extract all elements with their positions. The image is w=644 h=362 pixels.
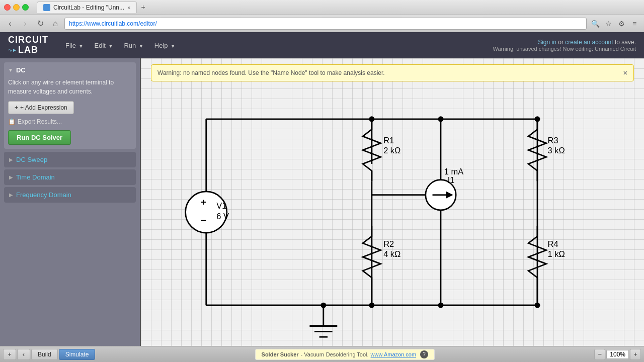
tab-area: CircuitLab - Editing "Unn... × + [37,1,640,13]
svg-text:I1: I1 [448,175,455,185]
canvas-area[interactable]: Warning: no named nodes found. Use the "… [141,58,644,346]
svg-point-40 [369,303,374,308]
svg-text:6 V: 6 V [216,212,229,221]
zoom-out-bottom-button[interactable]: + [3,349,16,360]
search-icon-button[interactable]: 🔍 [590,18,601,29]
maximize-window-button[interactable] [22,4,29,11]
run-dc-label: Run DC Solver [17,134,62,141]
logo-sub: ∿► LAB [8,45,48,55]
sidebar-section-dc-sweep[interactable]: ▶ DC Sweep [4,152,136,167]
zoom-in-bottom-button[interactable]: ‹ [17,349,30,360]
svg-text:R1: R1 [383,136,394,145]
ad-banner: Solder Sucker - Vacuum Desoldering Tool.… [255,349,435,360]
minimize-window-button[interactable] [13,4,20,11]
export-label: Export Results... [18,118,62,125]
extensions-button[interactable]: ⚙ [616,18,627,29]
build-label: Build [38,351,51,358]
warning-close-button[interactable]: × [623,69,627,77]
address-bar[interactable]: https://www.circuitlab.com/editor/ [64,18,587,30]
sign-in-link[interactable]: Sign in [538,39,556,46]
create-account-link[interactable]: create an account [565,39,613,46]
question-mark: ? [423,351,426,357]
add-expression-button[interactable]: + + Add Expression [8,101,74,114]
nav-icons: 🔍 ☆ ⚙ ≡ [590,18,640,29]
app-header: CIRCUIT ∿► LAB File ▼ Edit ▼ Run ▼ Help … [0,32,644,58]
nav-bar: ‹ › ↻ ⌂ https://www.circuitlab.com/edito… [0,14,644,32]
sidebar-section-time-domain[interactable]: ▶ Time Domain [4,169,136,185]
circuit-container: + − V1 6 V R1 2 kΩ R2 4 kΩ [151,83,634,341]
export-results-button[interactable]: 📋 Export Results... [8,117,62,126]
dc-sweep-label: DC Sweep [16,156,47,163]
svg-point-39 [535,116,540,122]
svg-point-41 [438,303,444,308]
svg-text:R4: R4 [548,239,558,248]
refresh-button[interactable]: ↻ [34,18,46,30]
url-text: https://www.circuitlab.com/editor/ [69,20,157,27]
browser-chrome: CircuitLab - Editing "Unn... × + ‹ › ↻ ⌂… [0,0,644,32]
ad-sub: Desoldering Tool. [326,351,369,357]
dc-collapse-arrow[interactable]: ▼ [8,67,13,73]
add-expression-icon: + [15,104,18,111]
new-tab-button[interactable]: + [137,1,149,13]
close-window-button[interactable] [4,4,11,11]
logo-lab: LAB [18,45,38,55]
frequency-domain-arrow: ▶ [9,192,13,198]
svg-point-43 [320,303,326,308]
svg-text:4 kΩ: 4 kΩ [383,249,400,258]
simulate-tab-button[interactable]: Simulate [59,349,96,360]
svg-text:+: + [201,197,206,207]
tab-close-button[interactable]: × [127,5,130,11]
zoom-in-button[interactable]: + [630,349,641,360]
zoom-out-button[interactable]: − [594,349,605,360]
svg-point-38 [438,116,444,122]
build-tab-button[interactable]: Build [31,349,58,360]
browser-tab-active[interactable]: CircuitLab - Editing "Unn... × [37,2,137,13]
bookmark-button[interactable]: ☆ [603,18,614,29]
run-dc-solver-button[interactable]: Run DC Solver [8,130,71,145]
logo-wave: ∿► [8,47,17,53]
menu-file[interactable]: File ▼ [60,40,88,51]
dc-label: DC [16,66,26,74]
frequency-domain-label: Frequency Domain [16,191,71,199]
header-warning: Warning: unsaved changes! Now editing: U… [493,46,636,52]
svg-text:3 kΩ: 3 kΩ [548,146,565,155]
ad-link[interactable]: www.Amazon.com [371,351,416,357]
simulate-label: Simulate [65,351,89,358]
tab-favicon [43,4,50,11]
ad-question-button[interactable]: ? [420,350,428,358]
zoom-level-display: 100% [606,350,629,359]
warning-text: Warning: no named nodes found. Use the "… [157,69,385,76]
save-text: to save. [615,39,636,46]
circuit-svg[interactable]: + − V1 6 V R1 2 kΩ R2 4 kΩ [151,83,634,341]
sidebar-section-frequency-domain[interactable]: ▶ Frequency Domain [4,187,136,203]
bottom-left: + ‹ Build Simulate [0,349,98,360]
add-expression-label: + Add Expression [20,104,67,111]
back-button[interactable]: ‹ [4,18,16,30]
header-right: Sign in or create an account to save. Wa… [493,39,636,52]
dc-section: ▼ DC Click on any wire or element termin… [4,62,136,149]
svg-text:1 mA: 1 mA [444,167,463,176]
svg-text:2 kΩ: 2 kΩ [383,146,400,155]
bottom-bar: + ‹ Build Simulate Solder Sucker - Vacuu… [0,346,644,362]
svg-text:1 kΩ: 1 kΩ [548,249,565,258]
svg-text:R3: R3 [548,136,558,145]
bottom-right: − 100% + [591,349,644,360]
menu-edit[interactable]: Edit ▼ [89,40,118,51]
svg-text:V1: V1 [216,201,226,210]
menu-help[interactable]: Help ▼ [149,40,180,51]
tab-title: CircuitLab - Editing "Unn... [53,4,124,11]
home-button[interactable]: ⌂ [49,18,61,30]
or-text: or [558,39,564,46]
menu-button[interactable]: ≡ [629,18,640,29]
forward-button[interactable]: › [19,18,31,30]
svg-point-42 [535,303,540,308]
ad-product: Solder Sucker [262,351,299,357]
logo-area: CIRCUIT ∿► LAB [8,35,48,55]
warning-banner: Warning: no named nodes found. Use the "… [151,64,634,81]
traffic-lights [4,4,29,11]
sign-in-line: Sign in or create an account to save. [538,39,636,46]
time-domain-label: Time Domain [16,173,55,181]
dc-instructions: Click on any wire or element terminal to… [8,78,132,96]
ad-desc: - Vacuum [301,351,324,357]
menu-run[interactable]: Run ▼ [119,40,148,51]
